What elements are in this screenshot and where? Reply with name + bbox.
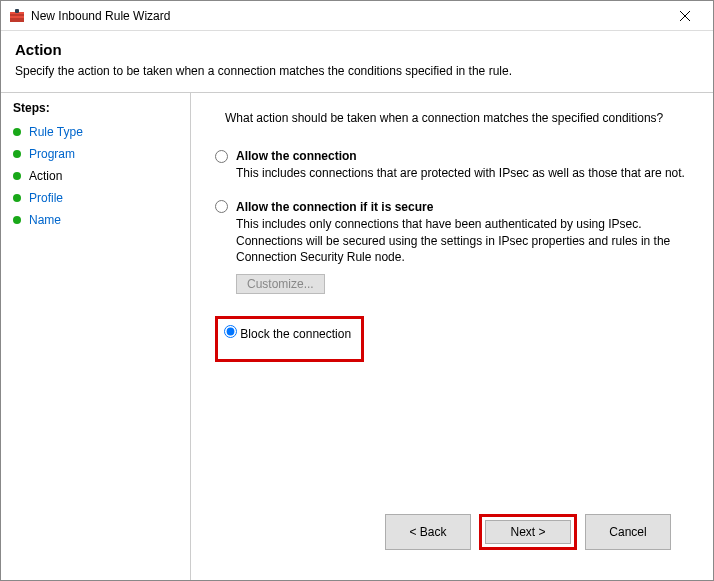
header: Action Specify the action to be taken wh… [1, 31, 713, 92]
bullet-icon [13, 128, 21, 136]
step-link[interactable]: Program [29, 147, 75, 161]
step-link[interactable]: Rule Type [29, 125, 83, 139]
option-allow-desc: This includes connections that are prote… [236, 165, 689, 182]
next-highlight: Next > [479, 514, 577, 550]
customize-button: Customize... [236, 274, 325, 294]
titlebar: New Inbound Rule Wizard [1, 1, 713, 31]
option-secure: Allow the connection if it is secure Thi… [215, 200, 689, 294]
option-block-highlight: Block the connection [215, 312, 689, 362]
bullet-icon [13, 194, 21, 202]
window-title: New Inbound Rule Wizard [31, 9, 665, 23]
step-action[interactable]: Action [13, 165, 178, 187]
radio-secure[interactable] [215, 200, 228, 213]
cancel-button[interactable]: Cancel [585, 514, 671, 550]
option-secure-row[interactable]: Allow the connection if it is secure [215, 200, 689, 214]
footer-buttons: < Back Next > Cancel [215, 514, 689, 568]
radio-allow[interactable] [215, 150, 228, 163]
step-label: Action [29, 169, 62, 183]
question-text: What action should be taken when a conne… [225, 111, 689, 125]
option-secure-label: Allow the connection if it is secure [236, 200, 433, 214]
body: Steps: Rule Type Program Action Profile … [1, 93, 713, 580]
close-button[interactable] [665, 2, 705, 30]
bullet-icon [13, 150, 21, 158]
steps-sidebar: Steps: Rule Type Program Action Profile … [1, 93, 191, 580]
highlight-box: Block the connection [215, 316, 364, 362]
radio-block[interactable] [224, 325, 237, 338]
page-subtitle: Specify the action to be taken when a co… [15, 64, 699, 78]
firewall-icon [9, 8, 25, 24]
wizard-window: New Inbound Rule Wizard Action Specify t… [0, 0, 714, 581]
option-block-row[interactable]: Block the connection [224, 327, 351, 341]
option-allow-row[interactable]: Allow the connection [215, 149, 689, 163]
step-link[interactable]: Name [29, 213, 61, 227]
svg-rect-2 [10, 16, 24, 18]
step-rule-type[interactable]: Rule Type [13, 121, 178, 143]
steps-label: Steps: [13, 101, 178, 115]
next-button[interactable]: Next > [485, 520, 571, 544]
bullet-icon [13, 216, 21, 224]
option-allow: Allow the connection This includes conne… [215, 149, 689, 182]
back-button[interactable]: < Back [385, 514, 471, 550]
step-profile[interactable]: Profile [13, 187, 178, 209]
content-panel: What action should be taken when a conne… [191, 93, 713, 580]
option-block-label: Block the connection [240, 327, 351, 341]
step-name[interactable]: Name [13, 209, 178, 231]
option-allow-label: Allow the connection [236, 149, 357, 163]
svg-rect-3 [15, 9, 19, 13]
page-title: Action [15, 41, 699, 58]
bullet-icon [13, 172, 21, 180]
option-secure-desc: This includes only connections that have… [236, 216, 689, 266]
step-link[interactable]: Profile [29, 191, 63, 205]
step-program[interactable]: Program [13, 143, 178, 165]
